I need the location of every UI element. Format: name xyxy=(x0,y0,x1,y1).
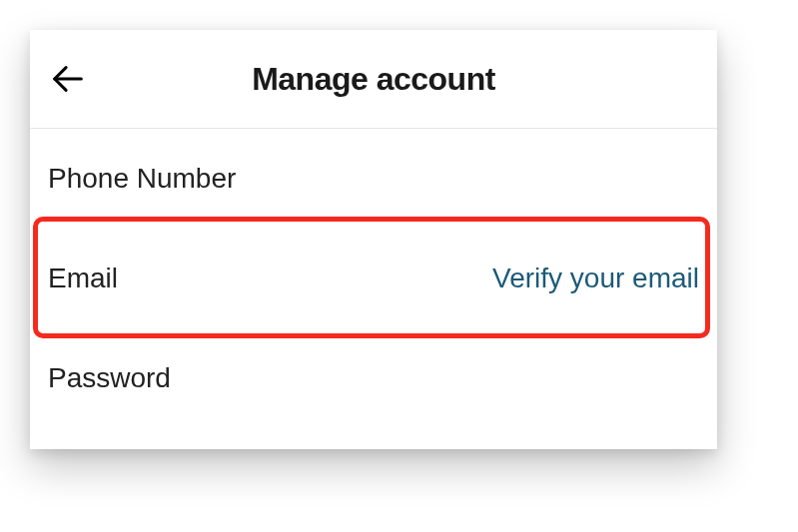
page-title: Manage account xyxy=(252,61,495,98)
password-label: Password xyxy=(48,362,171,394)
password-row[interactable]: Password xyxy=(30,328,717,428)
email-label: Email xyxy=(48,263,118,294)
verify-email-link[interactable]: Verify your email xyxy=(492,263,699,294)
settings-list: Phone Number Email Verify your email Pas… xyxy=(30,129,717,428)
back-button[interactable] xyxy=(40,51,96,107)
back-arrow-icon xyxy=(49,60,87,98)
header-bar: Manage account xyxy=(30,30,717,129)
phone-number-label: Phone Number xyxy=(48,163,236,195)
manage-account-card: Manage account Phone Number Email Verify… xyxy=(30,30,717,449)
phone-number-row[interactable]: Phone Number xyxy=(30,129,717,229)
email-row[interactable]: Email Verify your email xyxy=(30,229,717,328)
